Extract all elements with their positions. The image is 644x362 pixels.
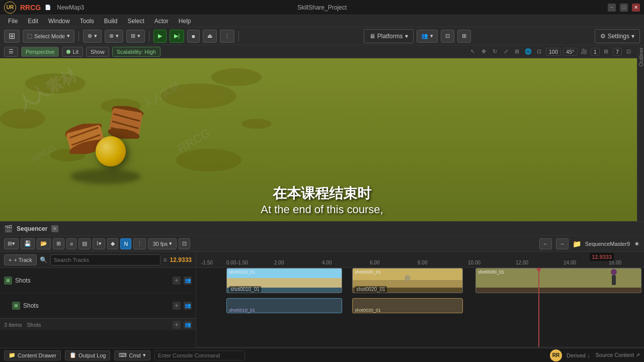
share-btn[interactable]: ⊡: [441, 30, 454, 43]
outliner-label: Outliner: [638, 47, 644, 67]
shots-add-btn[interactable]: +: [173, 277, 181, 285]
settings-button[interactable]: ⚙ Settings ▾: [595, 29, 640, 43]
play-from-here-btn[interactable]: ▶|: [170, 30, 184, 43]
camera-btn[interactable]: 🎥: [580, 47, 589, 56]
time-display: 12.9333: [170, 256, 192, 263]
menu-file[interactable]: File: [4, 17, 22, 26]
layout-icon[interactable]: ⊞: [602, 47, 611, 56]
content-drawer-btn[interactable]: 📁 Content Drawer: [4, 350, 61, 360]
seq-dots-btn[interactable]: ⋮: [133, 238, 146, 249]
seq-render-btn[interactable]: ⊞: [53, 238, 64, 249]
shot-clip-0020[interactable]: shot0020_01 shot0020_01: [352, 268, 463, 293]
close-button[interactable]: ✕: [632, 4, 640, 12]
cursor-icon: ⬚: [27, 33, 32, 39]
transform-btn[interactable]: ⊕ ▾: [83, 30, 102, 43]
track-row-shots[interactable]: ▦ Shots + 👥: [0, 268, 196, 293]
sequencer-close-btn[interactable]: ✕: [51, 225, 58, 232]
select-arrow-icon[interactable]: ↖: [468, 47, 477, 56]
menu-select[interactable]: Select: [123, 17, 148, 26]
shot-0020-label-top: shot0020_01: [355, 269, 381, 275]
footer-add-btn[interactable]: +: [173, 321, 181, 329]
show-btn[interactable]: Show: [86, 47, 109, 57]
maximize-button[interactable]: □: [620, 4, 628, 12]
menu-edit[interactable]: Edit: [24, 17, 42, 26]
publish-btn[interactable]: ⊞: [457, 30, 471, 43]
sub-shots-persons-btn[interactable]: 👥: [184, 302, 192, 310]
play-btn[interactable]: ▶: [153, 30, 167, 43]
number-value: 7: [613, 48, 622, 56]
world-icon[interactable]: 🌐: [524, 47, 533, 56]
shot-0030-label-top: shot0030_01: [478, 269, 504, 275]
seq-lock-btn[interactable]: ⊡: [179, 238, 190, 249]
seq-curves-btn[interactable]: ⌇ ▾: [93, 238, 105, 249]
title-left: UR RRCG 📄 NewMap3: [4, 2, 84, 14]
cmd-btn[interactable]: ⌨ Cmd ▾: [114, 350, 150, 360]
angle-value: 45°: [563, 48, 578, 56]
console-input[interactable]: [154, 350, 245, 360]
derived-label: RR Derived ↓ Source Content ↗: [550, 349, 640, 361]
shots-persons-btn[interactable]: 👥: [184, 277, 192, 285]
platforms-button[interactable]: 🖥 Platforms ▾: [364, 29, 414, 43]
footer-persons-btn[interactable]: 👥: [184, 321, 192, 329]
sub-track-row-shots[interactable]: ▦ Shots + 👥: [0, 293, 196, 318]
output-log-btn[interactable]: 📋 Output Log: [65, 350, 110, 360]
rotate-icon[interactable]: ↻: [491, 47, 500, 56]
grid-snap-icon[interactable]: ⊡: [535, 47, 544, 56]
shot-clip-0010[interactable]: shot0010_01 shot0010_01: [226, 268, 342, 293]
sub-clip-0010[interactable]: shot0010_01: [226, 298, 342, 313]
maximize-viewport-icon[interactable]: ⊡: [624, 47, 633, 56]
mode-icon-btn[interactable]: ⊞: [4, 30, 20, 43]
title-bar: UR RRCG 📄 NewMap3 SkillShare_Project − □…: [0, 0, 644, 15]
viewport-menu-btn[interactable]: ☰: [4, 47, 18, 57]
sub-shots-icon: ▦: [12, 302, 20, 310]
search-tracks-input[interactable]: [50, 254, 160, 265]
lit-btn[interactable]: Lit: [62, 47, 83, 57]
timeline-content[interactable]: shot0010_01 shot0010_01 shot0020_01 shot…: [196, 268, 644, 347]
menu-help[interactable]: Help: [175, 17, 195, 26]
seq-open-btn[interactable]: 📂: [37, 238, 51, 249]
viewport-mode-icon[interactable]: ⊞: [513, 47, 522, 56]
snap-btn[interactable]: ⊞ ▾: [126, 30, 145, 43]
shot-0030-preview: shot0030_01: [476, 268, 641, 288]
menu-tools[interactable]: Tools: [76, 17, 98, 26]
menu-build[interactable]: Build: [100, 17, 122, 26]
seq-n-btn[interactable]: N: [120, 238, 131, 249]
platforms-dropdown: ▾: [405, 33, 408, 40]
move-icon[interactable]: ✥: [479, 47, 489, 56]
shot-0020-preview: shot0020_01: [353, 268, 462, 288]
more-options-btn[interactable]: ⋮: [220, 30, 234, 43]
menu-window[interactable]: Window: [44, 17, 74, 26]
fps-button[interactable]: 30 fps ▾: [148, 238, 177, 249]
cmd-label: Cmd: [129, 352, 140, 358]
shot-clip-0030[interactable]: shot0030_01: [475, 268, 641, 293]
scalability-btn[interactable]: Scalability: High: [112, 47, 160, 57]
pivot-btn[interactable]: ⊗ ▾: [105, 30, 123, 43]
sub-shots-add-btn[interactable]: +: [173, 302, 181, 310]
scale-icon[interactable]: ⤢: [502, 47, 511, 56]
seq-add-btn[interactable]: ⊞ ▾: [4, 238, 19, 249]
collab-btn[interactable]: 👥 ▾: [417, 30, 438, 43]
eject-btn[interactable]: ⏏: [203, 30, 217, 43]
sub-clip-0020[interactable]: shot0020_01: [352, 298, 463, 313]
ground-patch-7: [176, 149, 242, 171]
seq-key-btn[interactable]: ◆: [107, 238, 118, 249]
sequencer-tab-icon: 🎬: [4, 225, 13, 233]
seq-filter-btn[interactable]: ▤: [78, 238, 91, 249]
timeline-area[interactable]: -1.50 -1.50 0.00 2.00 4.00 6.00 8.00 10.…: [196, 252, 644, 362]
select-mode-btn[interactable]: ⬚ Select Mode ▾: [23, 30, 74, 43]
pivot-icon: ⊗: [109, 33, 114, 39]
seq-next-btn[interactable]: →: [556, 238, 569, 249]
perspective-btn[interactable]: Perspective: [21, 47, 59, 57]
stop-btn[interactable]: ■: [187, 30, 200, 43]
minimize-button[interactable]: −: [608, 4, 616, 12]
menu-bar: File Edit Window Tools Build Select Acto…: [0, 15, 644, 27]
add-track-button[interactable]: + + Track: [4, 254, 37, 265]
content-drawer-icon: 📁: [9, 352, 16, 358]
seq-prev-btn[interactable]: ←: [539, 238, 552, 249]
seq-save-btn[interactable]: 💾: [21, 238, 35, 249]
platforms-label: Platforms: [377, 33, 403, 40]
menu-actor[interactable]: Actor: [150, 17, 173, 26]
ruler-tick-1000: 10.00: [468, 260, 480, 265]
seq-tracks-btn[interactable]: ≡: [66, 238, 76, 249]
seq-curves-dropdown: ▾: [99, 240, 102, 247]
